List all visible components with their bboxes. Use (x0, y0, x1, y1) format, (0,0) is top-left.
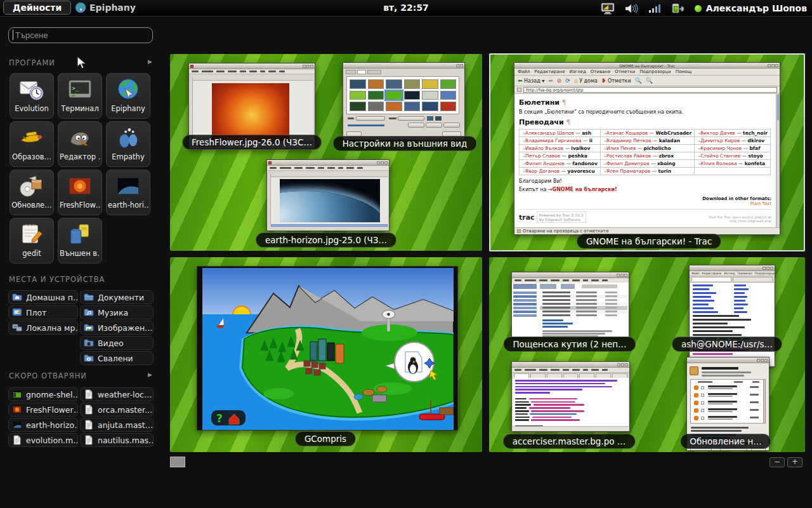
app-tile-terminal[interactable]: >_Терминал (58, 73, 102, 119)
window-evolution-mail[interactable] (511, 272, 629, 337)
wallpaper-tile[interactable] (386, 102, 402, 111)
wallpaper-tile[interactable] (440, 91, 457, 100)
battery-icon[interactable] (671, 3, 685, 15)
stop-icon[interactable]: ⊘ (557, 78, 562, 84)
app-tile-shirts[interactable]: Външен в… (58, 218, 102, 264)
programs-expand-arrow[interactable]: ▶ (148, 58, 152, 65)
translator-link[interactable]: Атанас Кошаров (606, 130, 648, 136)
recent-item[interactable]: orca.master.… (80, 403, 154, 417)
translator-link[interactable]: Филип Андонов (525, 161, 565, 166)
help-icon[interactable]: ? (216, 412, 223, 425)
place-item[interactable]: Документи (80, 290, 154, 304)
wallpaper-tile[interactable] (386, 79, 402, 89)
wallpaper-tile[interactable] (350, 79, 366, 89)
translator-link[interactable]: Юлия Волкова (700, 161, 737, 166)
menu-item[interactable]: Изглед (724, 272, 735, 275)
button[interactable] (426, 123, 442, 128)
menu-item[interactable]: Подпрозорци (755, 272, 775, 275)
home-button[interactable]: ⌂ У дома (574, 78, 598, 84)
document-tab[interactable] (563, 373, 579, 378)
recent-expand-arrow[interactable]: ▶ (148, 371, 152, 378)
document-tab[interactable] (547, 373, 562, 378)
place-item[interactable]: Видео (80, 336, 154, 350)
zoom-out-icon[interactable]: 🔍 (646, 78, 653, 84)
wallpaper-tile[interactable] (440, 102, 457, 111)
focused-app-indicator[interactable]: Epiphany (75, 2, 136, 13)
menu-item[interactable]: Отиване (591, 69, 610, 74)
translator-link[interactable]: Стойчо Станчев (700, 153, 740, 159)
translator-link[interactable]: Петър Славов (525, 153, 560, 159)
scrollbar[interactable] (763, 379, 766, 424)
document-tab[interactable] (596, 373, 611, 378)
recent-item[interactable]: nautilus.mas… (80, 433, 154, 447)
app-tile-empathy[interactable]: Empathy (106, 121, 150, 167)
translator-link[interactable]: Ясен Праматаров (606, 168, 650, 174)
document-tab[interactable] (579, 373, 594, 378)
menu-item[interactable]: Файл (691, 272, 699, 275)
place-item[interactable]: Плот (8, 305, 78, 319)
forward-icon[interactable]: ➡ (548, 78, 553, 84)
update-checkbox[interactable] (701, 417, 704, 420)
menu-item[interactable]: Терминал (737, 272, 752, 275)
menu-item[interactable]: Помощ (676, 69, 692, 74)
wallpaper-tile[interactable] (404, 91, 421, 100)
style-dropdown[interactable] (356, 116, 385, 121)
window-gcompris[interactable]: ? (197, 266, 458, 431)
translator-link[interactable]: Красимир Чонов (700, 145, 742, 151)
recent-item[interactable]: FreshFlower… (8, 403, 78, 417)
window-gimp-earth[interactable] (266, 159, 390, 231)
remove-workspace-button[interactable]: − (769, 457, 785, 467)
app-tile-epiphany[interactable]: Epiphany (106, 73, 150, 119)
scrollbar[interactable] (776, 94, 780, 227)
clock[interactable]: вт, 22:57 (383, 3, 429, 13)
place-item[interactable]: Свалени (80, 351, 154, 365)
app-tile-evolution[interactable]: Evolution (10, 73, 54, 119)
workspace-2-active[interactable]: GNOME на български! - Trac ФайлРедактира… (489, 53, 805, 251)
translator-link[interactable]: Ивайло Вълков (525, 145, 563, 151)
place-item[interactable]: Изображен… (80, 321, 154, 335)
document-tab[interactable] (530, 373, 546, 378)
search-input[interactable] (8, 27, 153, 43)
app-tile-earth[interactable]: earth-hori… (106, 170, 150, 215)
document-tab[interactable] (612, 373, 627, 378)
place-item[interactable]: Музика (80, 305, 154, 319)
display-settings-icon[interactable] (601, 3, 615, 15)
workspace-3[interactable]: ? GCompris (170, 257, 482, 452)
workspace-indicator[interactable] (170, 457, 185, 467)
color-dropdown[interactable] (398, 116, 424, 121)
scrollbar[interactable] (271, 224, 388, 227)
place-item[interactable]: Домашна п… (8, 290, 78, 304)
button[interactable] (408, 123, 424, 128)
app-tile-flower[interactable]: FreshFlow… (58, 170, 102, 215)
translator-link[interactable]: Явор Доганов (525, 168, 560, 174)
team-link[interactable]: GNOME на български! (553, 187, 617, 192)
wallpaper-tile[interactable] (422, 91, 438, 100)
app-tile-gedit[interactable]: gedit (10, 218, 54, 264)
recent-item[interactable]: earth-horizo… (8, 418, 78, 432)
url-field[interactable]: http://fsa-bg.org/project/gtp (523, 87, 777, 93)
wallpaper-tile[interactable] (368, 79, 384, 89)
recent-item[interactable]: anjuta.mast… (80, 418, 154, 432)
update-checkbox[interactable] (701, 401, 704, 404)
wallpaper-tile[interactable] (422, 79, 438, 89)
translator-link[interactable]: Александър Шопов (525, 130, 574, 136)
recent-item[interactable]: weather-loc… (80, 387, 154, 401)
window-epiphany-trac[interactable]: GNOME на български! - Trac ФайлРедактира… (514, 62, 780, 235)
wallpaper-tile[interactable] (350, 102, 366, 111)
bookmarks-button[interactable]: ❥ Отметки (601, 78, 631, 84)
back-button[interactable]: ⬅ Назад ▾ (518, 78, 544, 84)
recent-item[interactable]: evolution.m… (8, 433, 78, 447)
update-checkbox[interactable] (701, 409, 704, 412)
window-appearance-prefs[interactable] (343, 62, 465, 140)
color-swatch-1[interactable] (427, 116, 433, 121)
get-more-link[interactable] (348, 124, 384, 126)
translator-link[interactable]: Владимира Гиргинова (525, 138, 581, 144)
menu-item[interactable]: Изглед (569, 69, 586, 74)
menu-item[interactable]: Отметки (615, 69, 635, 74)
workspace-4[interactable]: Пощенска кутия (2 неп… ФайлРедактиранеИз… (489, 257, 805, 452)
add-workspace-button[interactable]: + (787, 457, 802, 467)
translator-link[interactable]: Владимир Петков (606, 138, 651, 144)
wallpaper-tile[interactable] (368, 91, 384, 100)
translator-link[interactable]: Ростислав Райков (606, 153, 651, 159)
menu-item[interactable]: Файл (518, 69, 530, 74)
